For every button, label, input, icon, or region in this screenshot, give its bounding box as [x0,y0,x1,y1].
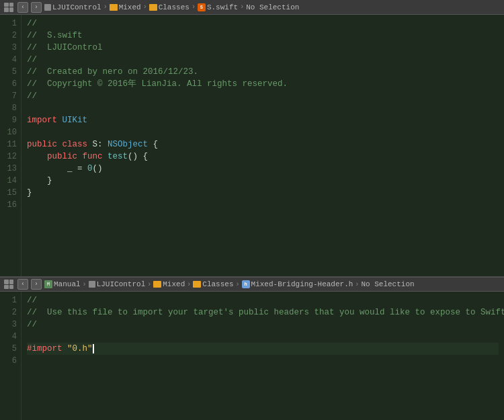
line-numbers-bottom: 123456 [0,292,22,420]
code-line [27,126,499,138]
code-line: // [27,54,499,66]
breadcrumb-item-mixed[interactable]: Mixed [110,3,141,11]
breadcrumb-item-classes[interactable]: Classes [149,3,190,11]
breadcrumb-item-header[interactable]: h Mixed-Bridging-Header.h [242,280,353,288]
code-line [27,355,499,367]
code-line: import UIKit [27,114,499,126]
back-button[interactable]: ‹ [17,2,28,13]
forward-button[interactable]: › [31,2,42,13]
code-area-top[interactable]: // // S.swift // LJUIControl // // Creat… [22,15,504,276]
code-line: public class S: NSObject { [27,138,499,151]
code-line: } [27,187,499,199]
breadcrumb-2: M Manual › LJUIControl › Mixed › Classes… [44,280,415,288]
line-numbers-top: 12345 678910 1112131415 16 [0,15,22,276]
code-line: _ = 0() [27,163,499,175]
editor-bottom[interactable]: 123456 // // Use this file to import you… [0,292,504,420]
code-line [27,102,499,114]
code-line: // [27,17,499,30]
code-line: // [27,90,499,102]
code-line [27,331,499,343]
code-line: // [27,319,499,331]
top-nav-bar-1: ‹ › LJUIControl › Mixed › Classes › S S.… [0,0,504,15]
code-line: // Created by nero on 2016/12/23. [27,66,499,78]
forward-button-2[interactable]: › [31,279,42,290]
code-line: // Use this file to import your target's… [27,306,499,319]
code-line: // S.swift [27,30,499,42]
folder-icon-3 [193,281,201,288]
code-line [27,199,499,211]
breadcrumb-item-mixed2[interactable]: Mixed [153,280,185,288]
grid-icon-2 [4,280,13,289]
manual-icon: M [44,280,52,288]
swift-file-icon: S [198,3,206,11]
breadcrumb-item-ljui[interactable]: LJUIControl [44,3,101,11]
breadcrumb-1: LJUIControl › Mixed › Classes › S S.swif… [44,3,299,11]
back-button-2[interactable]: ‹ [17,279,28,290]
code-line: public func test() { [27,151,499,163]
breadcrumb-item-file[interactable]: S S.swift [198,3,238,11]
code-line: // Copyright © 2016年 LianJia. All rights… [27,78,499,90]
code-line: } [27,175,499,187]
breadcrumb-item-ljui2[interactable]: LJUIControl [89,280,146,288]
code-area-bottom[interactable]: // // Use this file to import your targe… [22,292,504,420]
folder-icon-2 [153,281,161,288]
breadcrumb-item-manual[interactable]: M Manual [44,280,81,288]
code-line-active[interactable]: #import "0.h" [27,343,499,355]
code-line: // LJUIControl [27,42,499,54]
no-selection-label: No Selection [246,3,299,11]
project-icon [44,4,51,11]
project-icon-2 [89,281,95,288]
header-file-icon: h [242,280,250,288]
folder-icon [149,4,157,11]
breadcrumb-item-classes2[interactable]: Classes [193,280,233,288]
grid-icon [4,3,13,12]
code-line: // [27,294,499,306]
divider-nav-bar-2: ‹ › M Manual › LJUIControl › Mixed › Cla… [0,277,504,292]
editor-top[interactable]: 12345 678910 1112131415 16 // // S.swift… [0,15,504,277]
folder-icon [110,4,118,11]
no-selection-label-2: No Selection [361,280,414,288]
